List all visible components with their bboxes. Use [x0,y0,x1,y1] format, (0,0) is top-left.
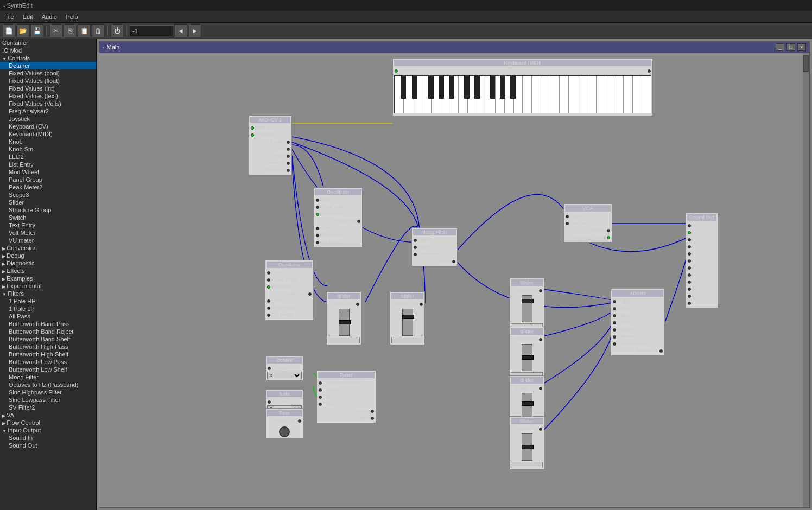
vca-node[interactable]: VCA Signal Volume Output Response Cu [563,203,612,243]
mf-pitch: Pitch [413,244,456,251]
sidebar-item-butterworth-band-shelf[interactable]: Butterworth Band Shelf [0,335,96,343]
sidebar-item-detuner[interactable]: Detuner [0,62,96,69]
sidebar-item-text-entry[interactable]: Text Entry [0,221,96,229]
sidebar-item-sound-out[interactable]: Sound Out [0,442,96,449]
cut-button[interactable]: ✂ [49,24,62,37]
slider6-widget[interactable] [522,433,532,461]
sidebar-item-butterworth-band-pass[interactable]: Butterworth Band Pass [0,320,96,328]
sidebar-item-fixed-values--int-[interactable]: Fixed Values (int) [0,85,96,92]
close-button[interactable]: × [797,43,806,51]
sidebar-item-sound-in[interactable]: Sound In [0,434,96,442]
keyboard-node[interactable]: Keyboard (MIDI) Channel MIDI Out [392,58,653,116]
sidebar-item-mod-wheel[interactable]: Mod Wheel [0,168,96,176]
sidebar-item-moog-filter[interactable]: Moog Filter [0,373,96,381]
save-button[interactable]: 💾 [30,24,43,37]
sidebar-item-sinc-lowpass-filter[interactable]: Sinc Lowpass Filter [0,396,96,404]
fine-knob[interactable] [267,426,302,437]
sidebar-item-peak-meter2[interactable]: Peak Meter2 [0,183,96,191]
sidebar-item-scope3[interactable]: Scope3 [0,191,96,199]
menu-help[interactable]: Help [61,12,83,21]
power-button[interactable]: ⏻ [111,24,124,37]
sidebar-item-sv-filter2[interactable]: SV Filter2 [0,404,96,411]
sidebar-item-volt-meter[interactable]: Volt Meter [0,229,96,237]
paste-button[interactable]: 📋 [78,24,91,37]
sidebar-item-input-output[interactable]: ▼ Input-Output [0,426,96,434]
sidebar-item-octaves-to-hz--passband-[interactable]: Octaves to Hz (Passband) [0,381,96,388]
delete-button[interactable]: 🗑 [92,24,105,37]
sidebar-item-debug[interactable]: ▶ Debug [0,252,96,259]
menu-audio[interactable]: Audio [37,12,61,21]
sidebar-item-butterworth-high-shelf[interactable]: Butterworth High Shelf [0,350,96,358]
sidebar-item-structure-group[interactable]: Structure Group [0,206,96,214]
sidebar-item-knob-sm[interactable]: Knob Sm [0,145,96,153]
oscillator1-node[interactable]: Oscillator Pitch Pulse Width Waveform [314,187,363,247]
sidebar-item-butterworth-band-reject[interactable]: Butterworth Band Reject [0,328,96,335]
slider6-node[interactable]: Slider Signal Out 4 [509,416,544,470]
sidebar-item-experimental[interactable]: ▶ Experimental [0,282,96,290]
sidebar-item-1-pole-lp[interactable]: 1 Pole LP [0,305,96,313]
tuner-node[interactable]: Tuner Controls on Parent Octave Note [316,370,376,423]
sidebar-item-flow-control[interactable]: ▶ Flow Control [0,419,96,426]
sound-out-node[interactable]: Sound Out 1 2 3 4 [686,213,718,308]
sidebar-item-slider[interactable]: Slider [0,199,96,206]
scroll-thumb[interactable] [803,55,809,72]
sidebar-item-joystick[interactable]: Joystick [0,115,96,123]
sidebar-item-freq-analyser2[interactable]: Freq Analyser2 [0,107,96,115]
prev-button[interactable]: ◄ [174,24,187,37]
sidebar-item-examples[interactable]: ▶ Examples [0,275,96,282]
octave-select[interactable]: 0 [267,372,302,379]
keyboard-keys[interactable] [394,75,651,113]
menu-edit[interactable]: Edit [18,12,37,21]
scrollbar[interactable] [803,53,809,507]
sidebar-item-filters[interactable]: ▼ Filters [0,290,96,297]
sidebar-item-vu-meter[interactable]: VU meter [0,237,96,244]
oscillator2-node[interactable]: Oscillator Pitch Pulse Width Waveform [265,260,314,320]
slider2-widget[interactable] [402,309,413,336]
sidebar-item-butterworth-low-shelf[interactable]: Butterworth Low Shelf [0,366,96,373]
sidebar-item-conversion[interactable]: ▶ Conversion [0,244,96,252]
minimize-button[interactable]: _ [776,43,784,51]
sidebar-item-diagnostic[interactable]: ▶ Diagnostic [0,259,96,267]
fine-node[interactable]: Fine Signal Out [265,408,303,439]
slider3-node[interactable]: Slider Signal Out 1.2 [509,278,544,331]
sidebar-item-led2[interactable]: LED2 [0,153,96,161]
sidebar-item-fixed-values--bool-[interactable]: Fixed Values (bool) [0,69,96,77]
sidebar-item-all-pass[interactable]: All Pass [0,313,96,320]
maximize-button[interactable]: □ [786,43,795,51]
sidebar-item-fixed-values--volts-[interactable]: Fixed Values (Volts) [0,100,96,107]
sidebar-item-va[interactable]: ▶ VA [0,411,96,419]
sidebar-item-list-entry[interactable]: List Entry [0,161,96,168]
open-button[interactable]: 📂 [16,24,29,37]
sidebar-item-fixed-values--text-[interactable]: Fixed Values (text) [0,92,96,100]
sidebar-item-knob[interactable]: Knob [0,138,96,145]
octave-node[interactable]: Octave Choice 0 [265,355,303,381]
sidebar-item-sinc-highpass-filter[interactable]: Sinc Highpass Filter [0,388,96,396]
sidebar-item-butterworth-low-pass[interactable]: Butterworth Low Pass [0,358,96,366]
slider2-node[interactable]: Slider Signal Out 10 [390,291,425,345]
sidebar-item-container[interactable]: Container [0,39,96,47]
slider3-widget[interactable] [522,295,532,322]
slider4-widget[interactable] [522,344,532,371]
moog-filter-node[interactable]: Moog Filter Signal Pitch Resonance O [411,227,458,266]
copy-button[interactable]: ⎘ [64,24,77,37]
sidebar-item-switch[interactable]: Switch [0,214,96,221]
slider1-node[interactable]: Slider Signal Out 4.9 [326,291,361,345]
midi-cv-node[interactable]: MIDI-CV 2 MIDI In Channel Trigger Ga [249,115,292,175]
sidebar-item-fixed-values--float-[interactable]: Fixed Values (float) [0,77,96,85]
menu-file[interactable]: File [0,12,18,21]
sidebar-item-1-pole-hp[interactable]: 1 Pole HP [0,297,96,305]
sidebar-item-io-mod[interactable]: IO Mod [0,47,96,54]
sidebar-item-keyboard--cv-[interactable]: Keyboard (CV) [0,123,96,130]
slider1-widget[interactable] [339,309,350,336]
sidebar-item-controls[interactable]: ▼ Controls [0,54,96,62]
sidebar-item-keyboard--midi-[interactable]: Keyboard (MIDI) [0,130,96,138]
synth-canvas[interactable]: MIDI-CV 2 MIDI In Channel Trigger Ga [99,53,809,507]
sidebar-item-effects[interactable]: ▶ Effects [0,267,96,275]
adsr2-node[interactable]: ADSR2 Trigger Gate Attack [611,289,665,356]
new-button[interactable]: 📄 [2,24,15,37]
next-button[interactable]: ► [188,24,201,37]
value-input[interactable] [130,25,173,36]
sidebar-item-butterworth-high-pass[interactable]: Butterworth High Pass [0,343,96,350]
sidebar-item-panel-group[interactable]: Panel Group [0,176,96,183]
slider4-node[interactable]: Slider Signal Out 5 [509,327,544,380]
